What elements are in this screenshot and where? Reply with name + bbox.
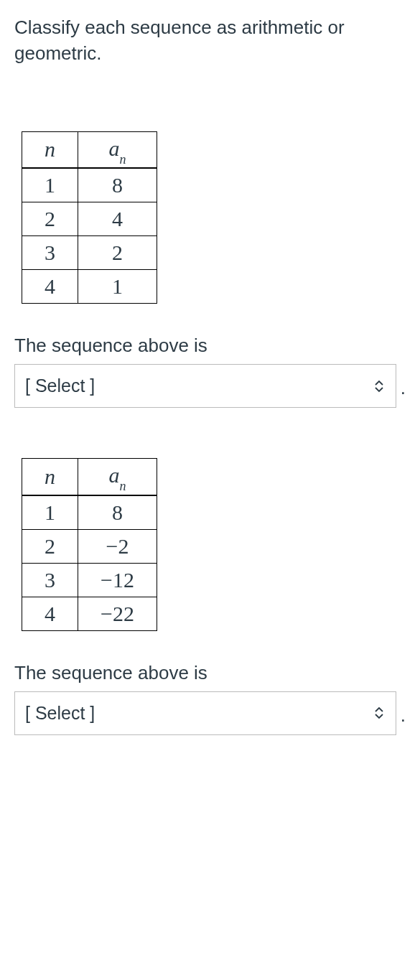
- table-row: 3 −12: [22, 563, 157, 597]
- table2-cell-n: 3: [22, 563, 78, 597]
- table2-cell-an: −2: [78, 529, 157, 563]
- table1-cell-an: 4: [78, 202, 157, 235]
- table1-cell-an: 8: [78, 168, 157, 202]
- table2-cell-n: 2: [22, 529, 78, 563]
- table-row: 2 −2: [22, 529, 157, 563]
- period-text: .: [401, 375, 406, 408]
- table2-cell-n: 4: [22, 597, 78, 630]
- table-row: 1 8: [22, 495, 157, 530]
- table2-cell-an: −22: [78, 597, 157, 630]
- sequence-table-1: n an 1 8 2 4 3 2 4 1: [22, 131, 157, 304]
- table1-cell-n: 4: [22, 269, 78, 303]
- chevron-updown-icon: [373, 378, 386, 395]
- prompt-label-2: The sequence above is: [14, 660, 406, 686]
- table2-cell-an: −12: [78, 563, 157, 597]
- table2-cell-an: 8: [78, 495, 157, 530]
- select-placeholder: [ Select ]: [25, 701, 95, 726]
- table1-cell-n: 1: [22, 168, 78, 202]
- select-dropdown-2[interactable]: [ Select ]: [14, 691, 396, 735]
- prompt-label-1: The sequence above is: [14, 332, 406, 358]
- select-dropdown-1[interactable]: [ Select ]: [14, 364, 396, 408]
- table1-cell-an: 2: [78, 235, 157, 269]
- select-placeholder: [ Select ]: [25, 373, 95, 398]
- chevron-updown-icon: [373, 704, 386, 722]
- table-row: 3 2: [22, 235, 157, 269]
- sequence-table-2: n an 1 8 2 −2 3 −12 4 −22: [22, 458, 157, 630]
- table1-cell-an: 1: [78, 269, 157, 303]
- table1-cell-n: 2: [22, 202, 78, 235]
- table-row: 4 −22: [22, 597, 157, 630]
- instruction-text: Classify each sequence as arithmetic or …: [14, 14, 406, 67]
- table2-cell-n: 1: [22, 495, 78, 530]
- table-row: 2 4: [22, 202, 157, 235]
- table1-header-an: an: [78, 131, 157, 168]
- period-text: .: [401, 702, 406, 735]
- table-row: 1 8: [22, 168, 157, 202]
- table1-header-n: n: [22, 131, 78, 168]
- table-row: 4 1: [22, 269, 157, 303]
- table1-cell-n: 3: [22, 235, 78, 269]
- table2-header-an: an: [78, 459, 157, 495]
- table2-header-n: n: [22, 459, 78, 495]
